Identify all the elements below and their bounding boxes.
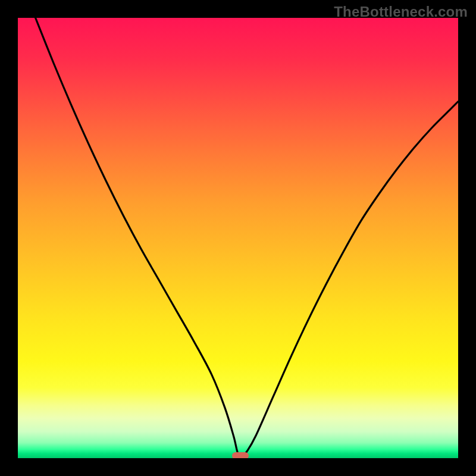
watermark-text: TheBottleneck.com bbox=[334, 4, 468, 20]
chart-frame: TheBottleneck.com bbox=[0, 0, 476, 476]
curve-path bbox=[36, 18, 458, 456]
plot-area bbox=[18, 18, 458, 458]
optimal-point-marker bbox=[232, 452, 249, 458]
bottleneck-curve bbox=[18, 18, 458, 458]
